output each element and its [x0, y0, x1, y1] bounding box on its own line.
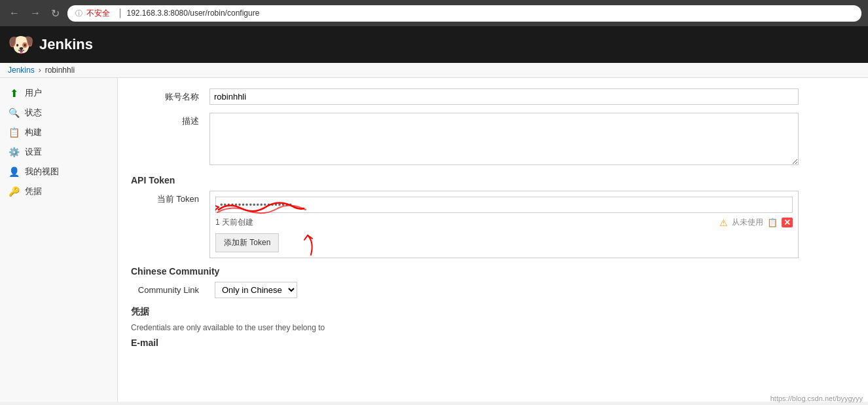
sidebar: ⬆ 用户 🔍 状态 📋 构建 ⚙️ 设置 👤 我的视图 🔑 凭据	[0, 78, 118, 402]
lock-icon: ⓘ	[75, 9, 82, 18]
address-bar[interactable]: ⓘ 不安全 │ 192.168.3.8:8080/user/robin/conf…	[67, 5, 861, 22]
token-value-row	[215, 197, 793, 213]
token-container: 1 天前创建 ⚠ 从未使用 📋 ✕ 添加新 Token	[209, 191, 799, 258]
delete-token-icon[interactable]: ✕	[782, 218, 793, 227]
url-display: 192.168.3.8:8080/user/robin/configure	[127, 9, 260, 18]
community-link-row: Community Link Only in Chinese All Langu…	[131, 282, 855, 298]
credentials-header: 凭据	[131, 306, 855, 318]
never-used-label: 从未使用	[732, 217, 763, 228]
description-input[interactable]	[209, 113, 799, 165]
breadcrumb-jenkins[interactable]: Jenkins	[8, 66, 35, 75]
description-control	[209, 113, 799, 167]
sidebar-item-credentials[interactable]: 🔑 凭据	[0, 182, 117, 201]
sidebar-label-build: 构建	[25, 126, 42, 138]
watermark: https://blog.csdn.net/byygyyy	[770, 395, 863, 402]
community-link-select[interactable]: Only in Chinese All Languages	[215, 282, 297, 298]
warning-icon: ⚠	[719, 218, 728, 228]
current-token-label: 当前 Token	[131, 191, 209, 205]
main-layout: ⬆ 用户 🔍 状态 📋 构建 ⚙️ 设置 👤 我的视图 🔑 凭据 账号名称	[0, 78, 868, 402]
browser-chrome: ← → ↻ ⓘ 不安全 │ 192.168.3.8:8080/user/robi…	[0, 0, 868, 26]
sidebar-label-settings: 设置	[25, 146, 42, 158]
myviews-icon: 👤	[8, 166, 20, 178]
account-name-input[interactable]	[209, 88, 799, 105]
community-link-label: Community Link	[131, 285, 209, 295]
sidebar-item-settings[interactable]: ⚙️ 设置	[0, 142, 117, 162]
sidebar-label-users: 用户	[25, 87, 42, 99]
jenkins-logo: 🐶	[8, 31, 34, 58]
build-icon: 📋	[8, 126, 20, 138]
sidebar-item-users[interactable]: ⬆ 用户	[0, 83, 117, 103]
api-token-header: API Token	[131, 175, 855, 185]
jenkins-header: 🐶 Jenkins	[0, 26, 868, 63]
back-button[interactable]: ←	[7, 6, 22, 20]
credentials-note: Credentials are only available to the us…	[131, 323, 855, 332]
jenkins-title: Jenkins	[39, 36, 93, 53]
sidebar-item-myviews[interactable]: 👤 我的视图	[0, 162, 117, 182]
token-created-time: 1 天前创建	[215, 217, 253, 228]
refresh-button[interactable]: ↻	[48, 6, 62, 21]
users-icon: ⬆	[8, 87, 20, 99]
chinese-community-header: Chinese Community	[131, 266, 855, 277]
token-box: 1 天前创建 ⚠ 从未使用 📋 ✕ 添加新 Token	[209, 191, 799, 258]
breadcrumb-current: robinhhli	[45, 66, 75, 75]
breadcrumb: Jenkins › robinhhli	[0, 63, 868, 78]
arrow-svg	[301, 232, 321, 258]
sidebar-label-myviews: 我的视图	[25, 166, 59, 178]
credentials-section: 凭据 Credentials are only available to the…	[131, 306, 855, 332]
url-text: │	[118, 9, 123, 18]
sidebar-item-status[interactable]: 🔍 状态	[0, 103, 117, 123]
unsafe-label: 不安全	[86, 8, 110, 19]
settings-icon: ⚙️	[8, 146, 20, 158]
account-name-row: 账号名称	[131, 88, 855, 105]
account-name-control	[209, 88, 799, 105]
sidebar-item-build[interactable]: 📋 构建	[0, 123, 117, 142]
content-area: 账号名称 描述 API Token 当前 Token	[118, 78, 868, 402]
token-meta-right: ⚠ 从未使用 📋 ✕	[719, 217, 793, 228]
email-section-header: E-mail	[131, 338, 855, 348]
sidebar-label-status: 状态	[25, 107, 42, 119]
forward-button[interactable]: →	[27, 6, 43, 20]
token-value-input[interactable]	[215, 197, 793, 213]
sidebar-label-credentials: 凭据	[25, 185, 42, 197]
description-row: 描述	[131, 113, 855, 167]
jenkins-logo-area: 🐶 Jenkins	[8, 31, 93, 58]
account-name-label: 账号名称	[131, 88, 209, 103]
current-token-row: 当前 Token	[131, 191, 855, 258]
copy-token-icon[interactable]: 📋	[767, 218, 778, 227]
description-label: 描述	[131, 113, 209, 127]
token-meta-row: 1 天前创建 ⚠ 从未使用 📋 ✕	[215, 217, 793, 228]
breadcrumb-separator: ›	[39, 66, 41, 75]
token-meta-left: 1 天前创建	[215, 217, 253, 228]
add-token-button[interactable]: 添加新 Token	[215, 233, 279, 252]
status-icon: 🔍	[8, 107, 20, 119]
credentials-icon: 🔑	[8, 185, 20, 197]
